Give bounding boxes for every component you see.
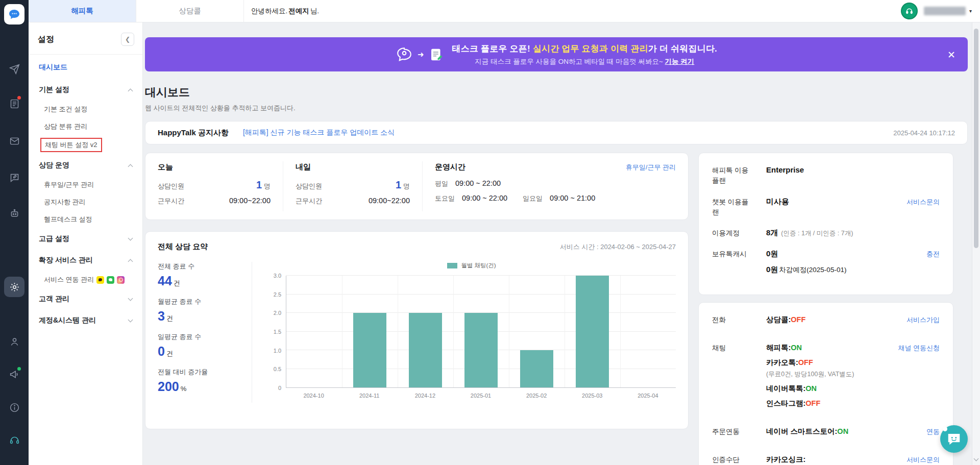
today-title: 오늘 <box>158 162 271 172</box>
page-subtitle: 웹 사이트의 전체적인 상황을 추적하고 보여줍니다. <box>145 104 968 113</box>
sidebar-section-basic-settings[interactable]: 기본 설정 <box>29 79 142 101</box>
chat-row: 채팅 해피톡: ON 채널 연동신청 카카오톡: OFF (무료0건, 방당10… <box>712 343 940 413</box>
page-scrollbar <box>972 22 980 465</box>
consult-summary-card: 전체 상담 요약 서비스 시간 : 2024-02-06 ~ 2025-04-2… <box>145 231 689 429</box>
growth-rate-label: 전월 대비 증가율 <box>158 368 243 377</box>
plan-label: 이용계정 <box>712 228 749 238</box>
enable-feature-link[interactable]: 기능 켜기 <box>665 58 695 65</box>
scroll-down-arrow[interactable] <box>974 456 979 461</box>
growth-rate-value: 200 <box>158 379 179 394</box>
plan-label: 해피톡 이용플랜 <box>712 165 749 186</box>
chart-x-tick: 2024-11 <box>341 388 397 399</box>
weekday-label: 평일 <box>435 179 448 188</box>
status-badge: OFF <box>798 358 813 366</box>
agents-unit: 명 <box>403 182 410 190</box>
mail-icon[interactable] <box>0 132 29 150</box>
user-menu[interactable]: ▾ <box>924 7 972 15</box>
sidebar-item-service-integration[interactable]: 서비스 연동 관리 <box>29 271 142 288</box>
notice-link[interactable]: [해피톡] 신규 기능 태스크 플로우 업데이트 소식 <box>243 128 395 137</box>
worktime-value: 09:00~22:00 <box>369 197 410 205</box>
charge-link[interactable]: 충전 <box>926 250 940 259</box>
sidebar-item-holiday-work[interactable]: 휴무일/근무 관리 <box>29 176 142 193</box>
plan-value: 미사용 <box>766 197 789 207</box>
kakao-pricing-note: (무료0건, 방당100원, VAT별도) <box>766 370 940 379</box>
accounts-row: 이용계정 8개 (인증 : 1개 / 미인증 : 7개) <box>712 228 940 238</box>
happytalk-plan-row: 해피톡 이용플랜 Enterprise <box>712 165 940 186</box>
support-icon[interactable] <box>0 431 29 449</box>
bot-icon[interactable] <box>0 204 29 223</box>
sidebar-item-notice-manage[interactable]: 공지사항 관리 <box>29 193 142 211</box>
integration-link[interactable]: 연동 <box>926 427 940 436</box>
monthly-avg-label: 월평균 종료 수 <box>158 297 243 306</box>
scrollbar-thumb[interactable] <box>974 29 978 248</box>
support-call-button[interactable] <box>901 3 918 19</box>
service-label: 주문연동 <box>712 427 749 437</box>
sidebar-section-extension[interactable]: 확장 서비스 관리 <box>29 250 142 271</box>
service-label: 인증수단 <box>712 455 749 465</box>
service-name: 상담콜: <box>766 315 791 325</box>
chat-widget-button[interactable] <box>940 425 968 453</box>
tab-happytalk[interactable]: 해피톡 <box>29 0 136 22</box>
banner-headline: 태스크 플로우 오픈! 실시간 업무 요청과 이력 관리가 더 쉬워집니다. <box>452 43 718 55</box>
user-name-redacted <box>924 7 966 15</box>
service-inquiry-link[interactable]: 서비스문의 <box>906 198 940 207</box>
total-closed-value: 44 <box>158 274 172 288</box>
hours-manage-link[interactable]: 휴무일/근무 관리 <box>626 163 676 172</box>
send-icon[interactable] <box>0 60 29 78</box>
hours-title: 운영시간 <box>435 162 465 172</box>
summary-stats: 전체 종료 수 44건 월평균 종료 수 3건 일평균 종료 수 0건 전월 <box>158 262 252 403</box>
weekday-hours: 09:00 ~ 22:00 <box>455 179 501 187</box>
service-name: 네이버 스마트스토어: <box>766 427 837 436</box>
item-label: 서비스 연동 관리 <box>44 275 94 284</box>
chat-edit-icon[interactable] <box>0 168 29 187</box>
arrow-right-icon: ➜ <box>418 50 424 59</box>
accounts-count: 8개 <box>766 228 778 238</box>
chart-legend-label: 월별 채팅(건) <box>461 262 496 270</box>
phone-row: 전화 상담콜: OFF 서비스가입 <box>712 315 940 330</box>
info-icon[interactable] <box>0 398 29 417</box>
chart-plot <box>286 276 676 388</box>
order-integration-row: 주문연동 네이버 스마트스토어: ON 연동 <box>712 427 940 442</box>
sidebar-section-customer[interactable]: 고객 관리 <box>29 288 142 310</box>
happytalk-logo[interactable] <box>4 4 24 25</box>
talkcash-row: 보유톡캐시 0원 충전 0원 차감예정(2025-05-01) <box>712 249 940 275</box>
sidebar-item-chat-button-v2[interactable]: 채팅 버튼 설정 v2 <box>29 135 142 155</box>
chart-legend-swatch <box>447 263 457 268</box>
task-doc-icon <box>429 47 444 62</box>
service-inquiry-link[interactable]: 서비스문의 <box>906 455 940 464</box>
sidebar-section-account-system[interactable]: 계정&시스템 관리 <box>29 310 142 331</box>
service-signup-link[interactable]: 서비스가입 <box>906 315 940 325</box>
settings-icon[interactable] <box>4 277 24 297</box>
chevron-down-icon <box>128 296 133 301</box>
agents-count: 1 <box>396 179 401 190</box>
chart-x-tick: 2024-12 <box>397 388 453 399</box>
tasks-icon[interactable] <box>0 94 29 113</box>
sidebar-section-consult-operation[interactable]: 상담 운영 <box>29 155 142 176</box>
service-label: 전화 <box>712 315 749 325</box>
chart-bar <box>576 276 609 387</box>
collapse-sidebar-button[interactable]: ❮ <box>121 33 134 46</box>
summary-title: 전체 상담 요약 <box>158 242 208 252</box>
agent-icon[interactable] <box>0 332 29 351</box>
close-icon[interactable]: ✕ <box>947 48 955 60</box>
tomorrow-title: 내일 <box>296 162 410 172</box>
section-label: 고객 관리 <box>39 295 69 304</box>
notification-badge <box>17 96 21 100</box>
notice-label: HappyTalk 공지사항 <box>158 128 229 138</box>
sidebar-item-basic-condition[interactable]: 기본 조건 설정 <box>29 101 142 118</box>
taskflow-banner: ➜ 태스크 플로우 오픈! 실시간 업무 요청과 이력 관리가 더 쉬워집니다.… <box>145 37 968 71</box>
sidebar-section-advanced[interactable]: 고급 설정 <box>29 228 142 250</box>
chat-gear-icon <box>396 46 413 63</box>
sidebar-item-helpdesk[interactable]: 헬프데스크 설정 <box>29 211 142 228</box>
channel-link-request[interactable]: 채널 연동신청 <box>898 344 940 353</box>
announce-icon[interactable] <box>0 365 29 383</box>
unit: 건 <box>166 314 173 322</box>
worktime-label: 근무시간 <box>158 197 184 206</box>
sidebar-item-consult-category[interactable]: 상담 분류 관리 <box>29 118 142 135</box>
settings-sidebar: 설정 ❮ 대시보드 기본 설정 기본 조건 설정 상담 분류 관리 채팅 버튼 … <box>29 22 143 465</box>
tab-call[interactable]: 상담콜 <box>136 0 244 22</box>
daily-stats-card: 오늘 상담인원 1명 근무시간 09:00~22:00 내일 상담인원 1명 <box>145 153 689 220</box>
chart-bar <box>520 350 553 387</box>
sidebar-item-dashboard[interactable]: 대시보드 <box>29 55 142 79</box>
sidebar-title: 설정 <box>38 34 54 45</box>
